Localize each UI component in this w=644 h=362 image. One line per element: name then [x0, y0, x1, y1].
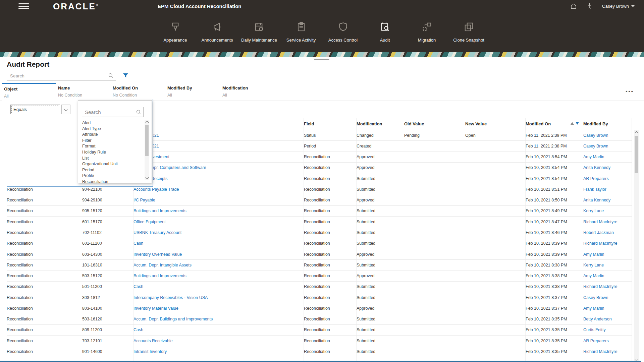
user-link[interactable]: Amy Marlin — [583, 249, 632, 259]
accessibility-icon[interactable] — [586, 2, 593, 10]
col-modification[interactable]: Modification — [357, 118, 404, 130]
reconciliation-link[interactable]: January 2021 — [133, 130, 304, 140]
table-row[interactable]: Reconciliation 703-12101 Accounts Receiv… — [7, 336, 632, 346]
user-link[interactable]: Richard MacIntyre — [583, 217, 632, 227]
table-row[interactable]: Reconciliation 303-1812 Intercompany Rec… — [7, 292, 632, 303]
user-link[interactable]: Richard MacIntyre — [583, 282, 632, 292]
table-scrollbar[interactable] — [634, 130, 639, 362]
object-option[interactable]: Filter — [82, 138, 139, 144]
table-scroll-up-icon[interactable] — [634, 130, 639, 135]
object-option[interactable]: Reconciliation — [82, 179, 139, 185]
table-row[interactable]: Reconciliation 803-14100 Inventory Mater… — [7, 303, 632, 314]
more-actions-icon[interactable]: ••• — [626, 88, 634, 94]
popup-scrollbar[interactable] — [145, 120, 149, 180]
col-field[interactable]: Field — [304, 118, 357, 130]
col-modified-on[interactable]: Modified On — [526, 118, 583, 130]
scroll-up-icon[interactable] — [145, 120, 149, 125]
user-link[interactable]: Anita Kennedy — [583, 195, 632, 205]
col-modified-by[interactable]: Modified By — [583, 118, 632, 130]
popup-search-icon[interactable] — [136, 109, 142, 115]
reconciliation-link[interactable]: January 2021 — [133, 141, 304, 151]
object-option[interactable]: Format — [82, 143, 139, 149]
nav-item-access-control[interactable]: Access Control — [322, 16, 364, 43]
table-row[interactable]: Reconciliation 603-14300 Inventory Overh… — [7, 249, 632, 260]
table-row[interactable]: Reconciliation 601-15170 Office Equipmen… — [7, 217, 632, 227]
user-link[interactable]: Anita Kennedy — [583, 163, 632, 173]
table-row[interactable]: Reconciliation 901-14600 Intransit Inven… — [7, 346, 632, 357]
reconciliation-link[interactable]: Cash — [133, 325, 304, 335]
col-old-value[interactable]: Old Value — [404, 118, 465, 130]
user-link[interactable]: Amy Marlin — [583, 303, 632, 313]
filter-tab-modified-on[interactable]: Modified On No Condition — [111, 83, 165, 101]
user-link[interactable]: Richard MacIntyre — [583, 346, 632, 357]
operator-chevron-down-icon[interactable] — [61, 105, 70, 114]
filter-tab-object[interactable]: Object All — [2, 83, 56, 101]
user-link[interactable]: Frank Taylor — [583, 184, 632, 194]
nav-item-daily-maintenance[interactable]: Daily Maintenance — [238, 16, 280, 43]
table-row[interactable]: Reconciliation 101-16310 Accum. Depr. In… — [7, 260, 632, 270]
object-option[interactable]: Profile — [82, 173, 139, 179]
object-option[interactable]: Holiday Rule — [82, 149, 139, 156]
nav-item-migration[interactable]: Migration — [406, 16, 448, 43]
reconciliation-link[interactable]: USBNK Treasury Account — [133, 227, 304, 238]
table-scrollbar-thumb[interactable] — [635, 136, 638, 173]
reconciliation-link[interactable]: Cash — [133, 238, 304, 249]
user-link[interactable]: AR Preparers — [583, 173, 632, 184]
user-link[interactable]: Casey Brown — [583, 130, 632, 140]
reconciliation-link[interactable]: Accounts Receivable — [133, 336, 304, 346]
table-row[interactable]: Reconciliation 501-11200 Cash Reconcilia… — [7, 282, 632, 292]
user-link[interactable]: Kerry Lane — [583, 260, 632, 270]
user-link[interactable]: Betty Anderson — [583, 314, 632, 324]
table-row[interactable]: Reconciliation 904-29100 I/C Payable Rec… — [7, 195, 632, 206]
user-link[interactable]: Amy Marlin — [583, 270, 632, 281]
search-input[interactable] — [7, 71, 116, 81]
hamburger-menu-icon[interactable] — [18, 3, 29, 9]
reconciliation-link[interactable]: Accum. Depr. Computers and Software — [133, 163, 304, 173]
reconciliation-link[interactable]: Accum. Depr. Buildings and Improvements — [133, 314, 304, 324]
panel-drag-handle[interactable] — [314, 59, 329, 60]
nav-item-appearance[interactable]: Appearance — [154, 16, 196, 43]
user-link[interactable]: Casey Brown — [583, 141, 632, 151]
sort-descending-icon[interactable] — [576, 122, 579, 125]
table-row[interactable]: Reconciliation 702-11102 USBNK Treasury … — [7, 227, 632, 238]
reconciliation-link[interactable]: Office Equipment — [133, 217, 304, 227]
scroll-down-icon[interactable] — [145, 175, 149, 180]
reconciliation-link[interactable]: Accum. Depr. Intangible Assets — [133, 260, 304, 270]
reconciliation-link[interactable]: Intransit Inventory — [133, 346, 304, 357]
filter-tab-modification[interactable]: Modification All — [220, 83, 287, 101]
filter-tab-modified-by[interactable]: Modified By All — [165, 83, 220, 101]
reconciliation-link[interactable]: Cash — [133, 282, 304, 292]
reconciliation-link[interactable]: Accounts Payable Trade — [133, 184, 304, 194]
user-link[interactable]: Robert Jackman — [583, 227, 632, 238]
popup-search-input[interactable] — [82, 107, 144, 117]
table-row[interactable]: Reconciliation 601-11200 Cash Reconcilia… — [7, 238, 632, 249]
reconciliation-link[interactable]: Inventory Material Value — [133, 303, 304, 313]
user-link[interactable]: AR Preparers — [583, 336, 632, 346]
nav-item-audit[interactable]: Audit — [364, 16, 406, 43]
col-new-value[interactable]: New Value — [465, 118, 526, 130]
user-link[interactable]: Amy Marlin — [583, 152, 632, 162]
search-icon[interactable] — [108, 73, 114, 78]
reconciliation-link[interactable]: Payment Receipts — [133, 173, 304, 184]
reconciliation-link[interactable]: Inventory Overhead Value — [133, 249, 304, 259]
user-link[interactable]: Kerry Lane — [583, 206, 632, 216]
table-row[interactable]: Reconciliation 905-15120 Buildings and I… — [7, 206, 632, 217]
filter-funnel-icon[interactable] — [122, 72, 129, 79]
object-option[interactable]: Alert — [82, 120, 139, 126]
reconciliation-link[interactable]: Buildings and Improvements — [133, 206, 304, 216]
table-row[interactable]: Reconciliation 809-11200 Cash Reconcilia… — [7, 325, 632, 336]
popup-scrollbar-thumb[interactable] — [145, 125, 149, 156]
object-option[interactable]: Attribute — [82, 132, 139, 138]
table-row[interactable]: Reconciliation 503-16120 Accum. Depr. Bu… — [7, 314, 632, 325]
user-link[interactable]: Casey Brown — [583, 292, 632, 303]
nav-item-service-activity[interactable]: Service Activity — [280, 16, 322, 43]
reconciliation-link[interactable]: I/C Payable — [133, 195, 304, 205]
object-option[interactable]: Period — [82, 167, 139, 173]
user-menu[interactable]: Casey Brown — [602, 4, 635, 9]
object-option[interactable]: List — [82, 156, 139, 162]
nav-item-clone-snapshot[interactable]: Clone Snapshot — [448, 16, 490, 43]
object-option[interactable]: Alert Type — [82, 126, 139, 132]
user-link[interactable]: Curtis Feitty — [583, 325, 632, 335]
object-option[interactable]: Organizational Unit — [82, 161, 139, 167]
filter-tab-name[interactable]: Name No Condition — [56, 83, 111, 101]
